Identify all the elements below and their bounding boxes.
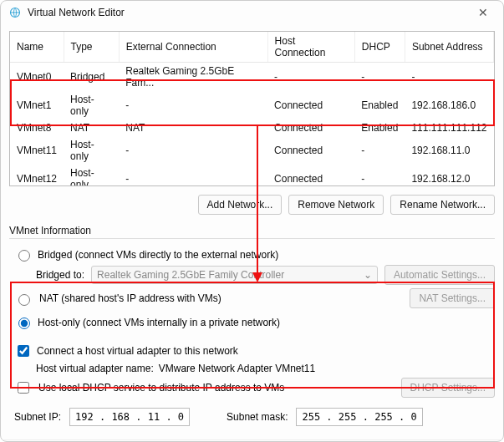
subnet-ip-label: Subnet IP: bbox=[14, 411, 61, 423]
subnet-mask-field[interactable]: 255 . 255 . 255 . 0 bbox=[296, 408, 422, 426]
nat-radio[interactable] bbox=[18, 294, 30, 306]
host-only-label: Host-only (connect VMs internally in a p… bbox=[38, 317, 280, 328]
automatic-settings-button[interactable]: Automatic Settings... bbox=[384, 265, 495, 285]
col-type[interactable]: Type bbox=[64, 32, 119, 63]
col-external[interactable]: External Connection bbox=[119, 32, 267, 63]
add-network-button[interactable]: Add Network... bbox=[198, 195, 283, 215]
col-dhcp[interactable]: DHCP bbox=[354, 32, 405, 63]
nat-label: NAT (shared host's IP address with VMs) bbox=[39, 292, 221, 304]
subnet-ip-field[interactable]: 192 . 168 . 11 . 0 bbox=[69, 408, 190, 426]
remove-network-button[interactable]: Remove Network bbox=[288, 195, 384, 215]
bridged-to-select[interactable]: Realtek Gaming 2.5GbE Family Controller … bbox=[91, 266, 378, 284]
window-title: Virtual Network Editor bbox=[28, 7, 471, 18]
host-only-radio[interactable] bbox=[18, 318, 30, 329]
table-row[interactable]: VMnet0 Bridged Realtek Gaming 2.5GbE Fam… bbox=[10, 63, 494, 92]
vmnet-table[interactable]: Name Type External Connection Host Conne… bbox=[9, 31, 495, 186]
col-name[interactable]: Name bbox=[10, 32, 64, 63]
table-row[interactable]: VMnet11 Host-only - Connected - 192.168.… bbox=[10, 136, 494, 165]
close-icon[interactable]: ✕ bbox=[471, 6, 495, 19]
connect-host-adapter-label: Connect a host virtual adapter to this n… bbox=[37, 345, 238, 357]
dhcp-settings-button[interactable]: DHCP Settings... bbox=[401, 378, 495, 398]
app-icon bbox=[9, 7, 21, 18]
rename-network-button[interactable]: Rename Network... bbox=[390, 195, 495, 215]
nat-settings-button[interactable]: NAT Settings... bbox=[410, 288, 495, 308]
connect-host-adapter-checkbox[interactable] bbox=[18, 345, 29, 357]
subnet-mask-label: Subnet mask: bbox=[227, 411, 288, 423]
col-host[interactable]: Host Connection bbox=[267, 32, 354, 63]
use-dhcp-checkbox[interactable] bbox=[18, 382, 29, 394]
chevron-down-icon: ⌄ bbox=[364, 269, 372, 281]
vmnet-information-label: VMnet Information bbox=[9, 225, 495, 236]
col-subnet[interactable]: Subnet Address bbox=[405, 32, 493, 63]
virtual-network-editor-window: Virtual Network Editor ✕ Name Type Exter… bbox=[0, 0, 504, 442]
titlebar: Virtual Network Editor ✕ bbox=[1, 1, 503, 24]
table-row[interactable]: VMnet12 Host-only - Connected - 192.168.… bbox=[10, 165, 494, 186]
adapter-name-label: Host virtual adapter name: bbox=[36, 363, 154, 374]
use-dhcp-label: Use local DHCP service to distribute IP … bbox=[38, 382, 284, 394]
adapter-name-value: VMware Network Adapter VMnet11 bbox=[159, 363, 315, 374]
bridged-label: Bridged (connect VMs directly to the ext… bbox=[38, 249, 278, 261]
table-row[interactable]: VMnet8 NAT NAT Connected Enabled 111.111… bbox=[10, 119, 494, 136]
table-row[interactable]: VMnet1 Host-only - Connected Enabled 192… bbox=[10, 91, 494, 119]
bridged-to-label: Bridged to: bbox=[36, 269, 84, 281]
bridged-radio[interactable] bbox=[18, 250, 30, 262]
